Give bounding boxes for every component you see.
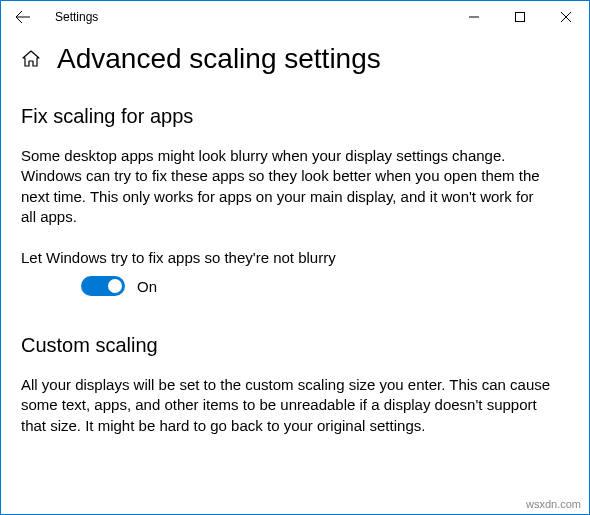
watermark: wsxdn.com — [526, 498, 581, 510]
toggle-state-text: On — [137, 278, 157, 295]
fix-blurry-toggle[interactable] — [81, 276, 125, 296]
svg-rect-1 — [516, 13, 525, 22]
minimize-icon — [469, 12, 479, 22]
window-title: Settings — [55, 10, 98, 24]
page-header: Advanced scaling settings — [21, 43, 569, 75]
titlebar: Settings — [1, 1, 589, 33]
window-controls — [451, 1, 589, 33]
home-icon — [21, 49, 41, 69]
section-fix-scaling-title: Fix scaling for apps — [21, 105, 569, 128]
content-area: Advanced scaling settings Fix scaling fo… — [1, 33, 589, 478]
back-button[interactable] — [9, 1, 37, 33]
toggle-knob — [108, 279, 122, 293]
page-title: Advanced scaling settings — [57, 43, 381, 75]
maximize-button[interactable] — [497, 1, 543, 33]
home-button[interactable] — [21, 49, 41, 69]
custom-scaling-description: All your displays will be set to the cus… — [21, 375, 551, 436]
close-icon — [561, 12, 571, 22]
toggle-label: Let Windows try to fix apps so they're n… — [21, 249, 569, 266]
minimize-button[interactable] — [451, 1, 497, 33]
toggle-row: On — [81, 276, 569, 296]
titlebar-left: Settings — [9, 1, 98, 33]
section-custom-scaling-title: Custom scaling — [21, 334, 569, 357]
fix-scaling-description: Some desktop apps might look blurry when… — [21, 146, 551, 227]
back-arrow-icon — [15, 9, 31, 25]
maximize-icon — [515, 12, 525, 22]
close-button[interactable] — [543, 1, 589, 33]
